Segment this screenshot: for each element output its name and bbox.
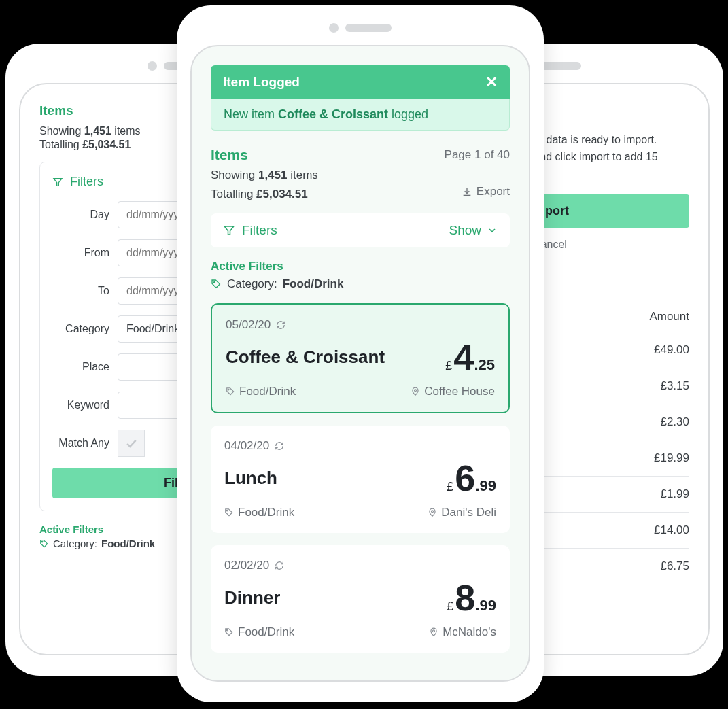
tag-icon xyxy=(211,279,222,290)
check-icon xyxy=(124,436,138,450)
svg-point-1 xyxy=(41,541,43,542)
checkbox-match-any[interactable] xyxy=(118,430,145,457)
svg-point-6 xyxy=(226,510,228,511)
toast-header: Item Logged ✕ xyxy=(211,65,510,99)
export-link[interactable]: Export xyxy=(462,185,510,198)
items-title: Items xyxy=(211,147,248,163)
download-icon xyxy=(462,186,472,197)
page-indicator: Page 1 of 40 xyxy=(445,148,510,162)
card-place: Dani's Deli xyxy=(428,506,496,519)
label-from: From xyxy=(52,247,109,259)
label-day: Day xyxy=(52,209,109,221)
show-toggle[interactable]: Show xyxy=(449,223,498,238)
label-category: Category xyxy=(52,323,109,335)
card-place: McNaldo's xyxy=(429,625,496,639)
notch-bar xyxy=(345,24,392,32)
svg-point-9 xyxy=(433,630,435,632)
filters-bar: Filters Show xyxy=(211,213,510,247)
item-card[interactable]: 04/02/20 Lunch £6.99 Food/Drink Dani's D… xyxy=(211,426,510,533)
row-amount: £49.00 xyxy=(654,343,689,357)
repeat-icon xyxy=(276,320,285,330)
chevron-down-icon xyxy=(487,225,498,236)
toast-body: New item Coffee & Croissant logged xyxy=(211,99,510,131)
svg-point-7 xyxy=(432,511,434,513)
active-filters-title: Active Filters xyxy=(211,260,510,273)
filter-icon xyxy=(223,224,235,237)
col-amount: Amount xyxy=(649,310,689,324)
pin-icon xyxy=(429,627,438,637)
label-keyword: Keyword xyxy=(52,399,109,411)
svg-point-4 xyxy=(228,389,229,390)
card-name: Lunch xyxy=(224,468,277,489)
card-category: Food/Drink xyxy=(224,506,294,519)
label-to: To xyxy=(52,285,109,297)
row-amount: £2.30 xyxy=(660,415,689,429)
row-amount: £14.00 xyxy=(654,523,689,537)
repeat-icon xyxy=(275,441,284,451)
card-date: 02/02/20 xyxy=(224,559,496,572)
card-price: £6.99 xyxy=(447,460,496,496)
card-name: Dinner xyxy=(224,587,280,608)
filters-toggle[interactable]: Filters xyxy=(223,223,277,238)
card-date: 04/02/20 xyxy=(224,439,496,453)
svg-point-5 xyxy=(415,390,417,392)
screen-center: Item Logged ✕ New item Coffee & Croissan… xyxy=(190,45,530,682)
item-card[interactable]: 02/02/20 Dinner £8.99 Food/Drink McNaldo… xyxy=(211,545,510,653)
pin-icon xyxy=(428,508,437,517)
totalling-text: Totalling £5,034.51 xyxy=(211,188,308,201)
tag-icon xyxy=(224,627,234,637)
tag-icon xyxy=(39,539,49,549)
svg-point-3 xyxy=(213,281,215,283)
item-card[interactable]: 05/02/20 Coffee & Croissant £4.25 Food/D… xyxy=(211,303,510,413)
svg-marker-2 xyxy=(224,226,234,235)
tag-icon xyxy=(226,387,235,396)
filter-icon xyxy=(52,177,63,188)
card-price: £8.99 xyxy=(447,579,496,616)
label-match-any: Match Any xyxy=(52,437,109,449)
toast-title: Item Logged xyxy=(223,75,300,90)
svg-point-8 xyxy=(226,629,228,631)
card-category: Food/Drink xyxy=(224,625,294,639)
row-amount: £3.15 xyxy=(660,379,689,393)
notch-dot xyxy=(148,61,157,71)
card-place: Coffee House xyxy=(411,385,495,398)
showing-text: Showing 1,451 items xyxy=(211,169,510,182)
card-name: Coffee & Croissant xyxy=(226,347,385,368)
close-icon[interactable]: ✕ xyxy=(485,73,498,91)
active-filter-category: Category: Food/Drink xyxy=(211,277,510,291)
pin-icon xyxy=(411,387,420,396)
card-price: £4.25 xyxy=(445,339,495,375)
card-date: 05/02/20 xyxy=(226,318,495,332)
notch xyxy=(177,5,544,45)
phone-center: Item Logged ✕ New item Coffee & Croissan… xyxy=(177,5,544,702)
label-place: Place xyxy=(52,361,109,373)
row-amount: £19.99 xyxy=(654,451,689,465)
row-amount: £1.99 xyxy=(660,487,689,501)
row-amount: £6.75 xyxy=(660,559,689,573)
tag-icon xyxy=(224,508,234,517)
notch-dot xyxy=(329,23,339,33)
repeat-icon xyxy=(275,561,284,570)
card-category: Food/Drink xyxy=(226,385,296,398)
svg-marker-0 xyxy=(54,178,62,186)
